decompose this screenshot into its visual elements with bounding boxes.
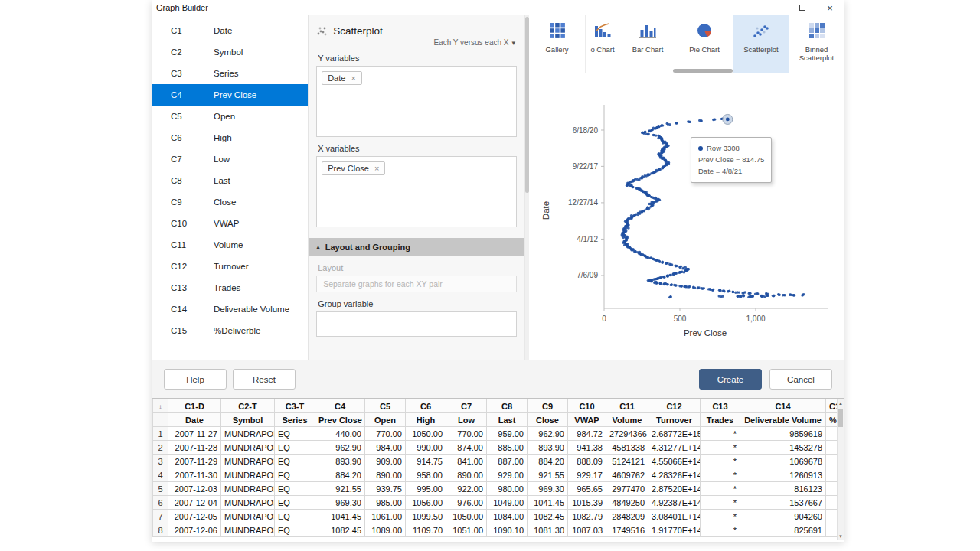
cell[interactable]: 995.00 [406, 482, 446, 496]
cell[interactable]: 1015.39 [568, 496, 606, 510]
cell[interactable]: 5124121 [606, 455, 648, 468]
cell[interactable]: 3.08401E+14 [648, 510, 701, 523]
cell[interactable]: MUNDRAPORT [221, 510, 275, 523]
cell[interactable]: EQ [275, 510, 315, 523]
cell[interactable]: 1537667 [740, 496, 826, 510]
cell[interactable]: 969.30 [528, 482, 568, 496]
cell[interactable]: 825691 [740, 523, 826, 537]
cell[interactable]: 909.00 [365, 455, 406, 468]
cell[interactable]: 2977470 [606, 482, 648, 496]
column-id-header[interactable]: C11 [606, 399, 648, 413]
worksheet-scrollbar[interactable]: ▲ ▼ [837, 399, 844, 540]
cell[interactable]: EQ [275, 455, 315, 468]
variable-row-c14[interactable]: C14Deliverable Volume [152, 298, 308, 320]
column-name-header[interactable]: High [406, 413, 446, 427]
row-number[interactable]: 1 [153, 427, 168, 441]
cell[interactable]: 959.00 [487, 427, 528, 441]
cell[interactable]: * [701, 510, 740, 523]
close-button[interactable]: × [816, 0, 844, 15]
cell[interactable]: 1049.00 [487, 496, 528, 510]
y-variables-box[interactable]: Date × [316, 66, 517, 137]
cell[interactable]: 4.92387E+14 [648, 496, 701, 510]
cell[interactable]: 27294366 [606, 427, 648, 441]
cell[interactable]: 1051.00 [446, 523, 487, 537]
column-id-header[interactable]: C2-T [221, 399, 275, 413]
variable-row-c5[interactable]: C5Open [152, 106, 308, 127]
cell[interactable]: 841.00 [446, 455, 487, 468]
column-id-header[interactable]: C9 [528, 399, 568, 413]
cell[interactable]: 962.90 [315, 441, 365, 455]
cell[interactable]: 4.28326E+14 [648, 468, 701, 482]
x-variables-box[interactable]: Prev Close × [316, 156, 517, 227]
cell[interactable]: 1081.30 [528, 523, 568, 537]
layout-grouping-section[interactable]: ▴ Layout and Grouping [309, 238, 524, 256]
cell[interactable]: 929.00 [487, 468, 528, 482]
cell[interactable]: 2.87520E+14 [648, 482, 701, 496]
column-id-header[interactable]: C5 [365, 399, 406, 413]
cell[interactable]: 1069678 [740, 455, 826, 468]
cell[interactable]: 893.90 [315, 455, 365, 468]
cell[interactable]: 2007-11-30 [168, 468, 221, 482]
scroll-up-icon[interactable]: ▲ [838, 401, 844, 406]
variable-row-c1[interactable]: C1Date [152, 20, 308, 41]
column-name-header[interactable]: Series [275, 413, 315, 427]
cell[interactable]: MUNDRAPORT [221, 496, 275, 510]
remove-chip-icon[interactable]: × [351, 73, 355, 83]
gallery-tile-o-chart[interactable]: o Chart [586, 15, 619, 73]
variable-row-c15[interactable]: C15%Deliverble [152, 320, 308, 341]
cell[interactable]: 885.00 [487, 441, 528, 455]
cell[interactable]: 874.00 [446, 441, 487, 455]
cell[interactable]: 965.65 [568, 482, 606, 496]
variable-row-c4[interactable]: C4Prev Close [152, 84, 308, 106]
variable-row-c3[interactable]: C3Series [152, 63, 308, 84]
cell[interactable]: 2007-11-28 [168, 441, 221, 455]
column-id-header[interactable]: C13 [701, 399, 740, 413]
column-id-header[interactable]: C14 [740, 399, 826, 413]
cell[interactable]: 990.00 [406, 441, 446, 455]
cell[interactable]: 941.38 [568, 441, 606, 455]
y-variable-chip[interactable]: Date × [322, 71, 362, 85]
column-id-header[interactable]: C1-D [168, 399, 221, 413]
cell[interactable]: 1749516 [606, 523, 648, 537]
cell[interactable]: MUNDRAPORT [221, 482, 275, 496]
variable-row-c11[interactable]: C11Volume [152, 234, 308, 256]
cell[interactable]: 1453278 [740, 441, 826, 455]
maximize-button[interactable] [789, 0, 816, 15]
column-name-header[interactable]: Close [528, 413, 568, 427]
cell[interactable]: 929.17 [568, 468, 606, 482]
cell[interactable]: 4581338 [606, 441, 648, 455]
cell[interactable]: 2.68772E+15 [648, 427, 701, 441]
column-name-header[interactable]: Last [487, 413, 528, 427]
cell[interactable]: 958.00 [406, 468, 446, 482]
cell[interactable]: 1260913 [740, 468, 826, 482]
variable-row-c12[interactable]: C12Turnover [152, 256, 308, 277]
variable-row-c7[interactable]: C7Low [152, 148, 308, 170]
gallery-tile-bar-chart[interactable]: Bar Chart [619, 15, 676, 73]
cell[interactable]: MUNDRAPORT [221, 468, 275, 482]
cell[interactable]: MUNDRAPORT [221, 427, 275, 441]
cell[interactable]: * [701, 455, 740, 468]
cell[interactable]: 1082.45 [528, 510, 568, 523]
cell[interactable]: 884.20 [528, 455, 568, 468]
group-variable-box[interactable] [316, 311, 517, 337]
cell[interactable]: * [701, 496, 740, 510]
row-number[interactable]: 2 [153, 441, 168, 455]
mode-selector[interactable]: Each Y versus each X▾ [318, 38, 515, 47]
variable-row-c6[interactable]: C6High [152, 127, 308, 148]
cell[interactable]: 2007-12-04 [168, 496, 221, 510]
cell[interactable]: 887.00 [487, 455, 528, 468]
cell[interactable]: 1109.70 [406, 523, 446, 537]
cell[interactable]: 969.30 [315, 496, 365, 510]
cell[interactable]: 1041.45 [315, 510, 365, 523]
worksheet-scrollbar-thumb[interactable] [838, 409, 843, 427]
cell[interactable]: 922.00 [446, 482, 487, 496]
cell[interactable]: MUNDRAPORT [221, 441, 275, 455]
gallery-tile-scatterplot[interactable]: Scatterplot [733, 15, 789, 73]
cell[interactable]: 1090.10 [487, 523, 528, 537]
column-name-header[interactable]: VWAP [568, 413, 606, 427]
cell[interactable]: * [701, 482, 740, 496]
row-number[interactable]: 5 [153, 482, 168, 496]
column-name-header[interactable]: Prev Close [315, 413, 365, 427]
variable-row-c2[interactable]: C2Symbol [152, 41, 308, 63]
cell[interactable]: 976.00 [446, 496, 487, 510]
